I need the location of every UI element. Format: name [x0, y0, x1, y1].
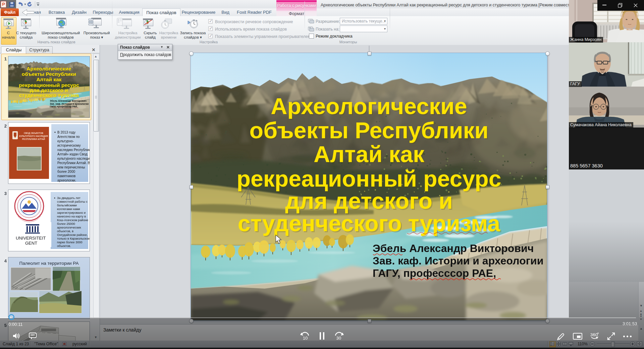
svg-text:30: 30 — [336, 336, 341, 341]
svg-text:360: 360 — [590, 332, 598, 337]
svg-text:10: 10 — [303, 336, 308, 341]
